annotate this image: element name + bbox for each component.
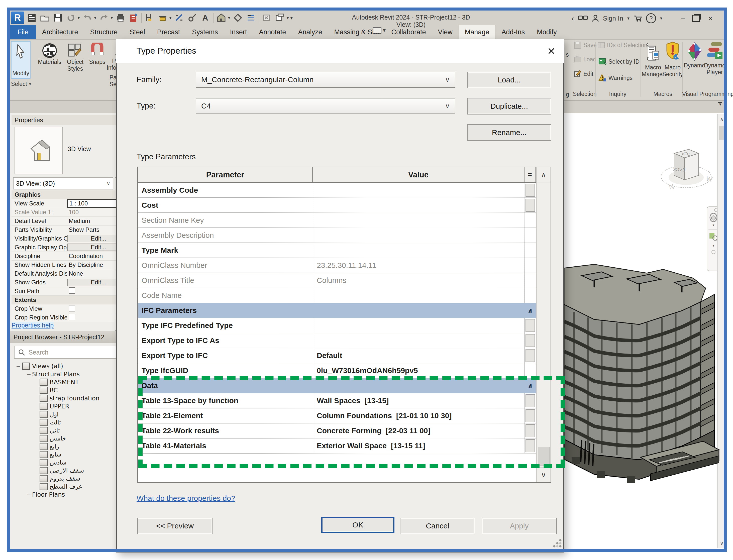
caret-icon[interactable]: ▾ — [78, 16, 80, 20]
associate-parameter-cell[interactable]: ∧∧ — [525, 348, 536, 363]
associate-parameter-cell[interactable]: ∧∧ — [525, 423, 536, 438]
table-row[interactable]: Data ∧∧ — [138, 378, 551, 393]
caret-icon[interactable]: ▾ — [94, 16, 96, 20]
caret-icon[interactable]: ▾ — [660, 16, 662, 21]
parameter-value[interactable]: 0lu_W73016mOdAN6h59pv5 — [313, 363, 525, 378]
table-row[interactable]: Section Name Key ∧∧ — [138, 213, 551, 228]
associate-parameter-cell[interactable]: ∧∧ — [525, 378, 536, 393]
close-button[interactable]: × — [705, 14, 715, 23]
select-panel-label[interactable]: Select▾ — [11, 81, 39, 87]
restore-button[interactable] — [692, 15, 700, 22]
parameter-value[interactable]: Wall Spaces_[13-15] — [313, 393, 525, 408]
ok-button[interactable]: OK — [321, 517, 394, 533]
selection-panel-label[interactable]: Selection — [573, 91, 595, 97]
macros-panel-label[interactable]: Macros — [652, 91, 674, 97]
zoom-icon[interactable] — [708, 232, 718, 242]
load-button[interactable]: Load... — [467, 72, 551, 88]
tree-item[interactable]: سادس — [12, 459, 129, 467]
table-row[interactable]: Type IfcGUID 0lu_W73016mOdAN6h59pv5 ∧∧ — [138, 363, 551, 378]
parameter-value[interactable]: 23.25.30.11.14.11 — [313, 258, 525, 273]
property-row[interactable]: Discipline Coordination — [12, 252, 129, 261]
associate-parameter-cell[interactable]: ∧∧ — [525, 228, 536, 243]
associate-parameter-cell[interactable]: ∧∧ — [525, 213, 536, 228]
table-row[interactable]: Table 41-Materials Exterior Wall Space_[… — [138, 438, 551, 454]
undo-icon[interactable] — [82, 12, 93, 23]
select-by-id-button[interactable]: Select by ID — [598, 58, 640, 66]
associate-parameter-cell[interactable]: ∧∧ — [525, 333, 536, 348]
save-selection-button[interactable]: Save — [574, 41, 596, 49]
property-row[interactable]: Detail Level Medium — [12, 217, 129, 226]
scroll-down-icon[interactable]: ∨ — [537, 467, 551, 482]
steering-wheel-icon[interactable] — [708, 212, 718, 223]
property-row[interactable]: Show Grids Edit... — [12, 278, 129, 287]
table-row[interactable]: Table 22-Work results Concrete Forming_[… — [138, 423, 551, 438]
associate-parameter-button[interactable] — [526, 199, 535, 212]
tree-item[interactable]: تالت — [12, 418, 129, 426]
associate-parameter-button[interactable] — [526, 394, 535, 407]
dialog-titlebar[interactable]: Type Properties × — [116, 39, 564, 63]
property-row[interactable]: Extents — [12, 296, 129, 304]
table-row[interactable]: OmniClass Title Columns ∧∧ — [138, 273, 551, 288]
tab-14[interactable]: Modify — [531, 25, 563, 39]
parameter-value[interactable] — [313, 183, 525, 197]
table-row[interactable]: Table 13-Space by function Wall Spaces_[… — [138, 393, 551, 408]
what-do-properties-do-link[interactable]: What do these properties do? — [137, 494, 235, 503]
duplicate-button[interactable]: Duplicate... — [467, 98, 551, 115]
thin-lines-icon[interactable] — [246, 12, 256, 23]
associate-parameter-cell[interactable]: ∧∧ — [525, 288, 536, 303]
scroll-up-icon[interactable]: ∧ — [537, 167, 551, 182]
scroll-thumb[interactable] — [538, 447, 550, 466]
tree-expander[interactable]: − — [26, 492, 32, 498]
table-scrollbar[interactable]: ∧ ∨ — [536, 167, 551, 482]
associate-parameter-button[interactable] — [526, 184, 535, 197]
property-row[interactable]: Visibility/Graphics Overri... Edit... — [12, 234, 129, 243]
associate-parameter-cell[interactable]: ∧∧ — [525, 273, 536, 288]
table-row[interactable]: Export Type to IFC Default ∧∧ — [138, 348, 551, 363]
redo-icon[interactable] — [99, 12, 109, 23]
project-browser-header[interactable]: Project Browser - STR-Project12 — [10, 331, 131, 343]
parameter-value[interactable]: Exterior Wall Space_[13-15 11] — [313, 438, 525, 453]
parameter-value[interactable]: Column Foundations_[21-01 10 10 30] — [313, 408, 525, 423]
modify-button[interactable]: Modify — [11, 41, 31, 79]
parameter-column-header[interactable]: Parameter — [138, 167, 313, 182]
associate-parameter-cell[interactable]: ∧∧ — [525, 438, 536, 453]
tree-item[interactable]: RC — [12, 386, 129, 394]
property-row[interactable]: Parts Visibility Show Parts — [12, 226, 129, 234]
search-input[interactable]: Search — [14, 346, 129, 359]
open-icon[interactable] — [40, 12, 50, 23]
tree-item[interactable]: سابع — [12, 451, 129, 459]
scroll-thumb[interactable] — [719, 126, 725, 140]
associate-parameter-cell[interactable]: ∧∧ — [525, 318, 536, 333]
tab-6[interactable]: Insert — [224, 25, 253, 39]
tab-4[interactable]: Precast — [151, 25, 186, 39]
minimize-button[interactable]: – — [678, 14, 688, 23]
back-arrow-icon[interactable]: ‹ — [571, 14, 574, 23]
property-row[interactable]: View Scale 1 : 100 — [12, 199, 129, 208]
caret-icon[interactable]: ▾ — [169, 16, 171, 20]
parameter-value[interactable] — [313, 213, 525, 228]
materials-button[interactable]: Materials — [38, 43, 62, 65]
section-icon[interactable] — [174, 12, 184, 23]
associate-parameter-cell[interactable]: ∧∧ — [525, 198, 536, 212]
switch-windows-icon[interactable] — [275, 12, 285, 23]
tree-expander[interactable]: − — [26, 371, 32, 378]
scroll-up-icon[interactable]: ∧ — [718, 114, 726, 124]
cancel-button[interactable]: Cancel — [400, 518, 475, 534]
table-row[interactable]: Type IFC Predefined Type ∧∧ — [138, 318, 551, 333]
caret-icon[interactable]: ▾ — [627, 16, 630, 21]
parameter-value[interactable]: Columns — [313, 273, 525, 288]
associate-parameter-button[interactable] — [526, 334, 535, 347]
associate-parameter-cell[interactable]: ∧∧ — [525, 243, 536, 258]
parameter-value[interactable]: Default — [313, 348, 525, 363]
tree-item[interactable]: سقف بدروم — [12, 475, 129, 483]
cart-icon[interactable] — [634, 15, 642, 22]
properties-header[interactable]: Properties — [12, 115, 129, 125]
property-row[interactable]: Scale Value 1: 100 — [12, 208, 129, 217]
caret-icon[interactable]: ▾ — [287, 16, 289, 20]
tab-5[interactable]: Systems — [186, 25, 224, 39]
type-combobox[interactable]: C4∨ — [196, 98, 455, 114]
help-icon[interactable]: ? — [646, 13, 656, 23]
associate-parameter-button[interactable] — [526, 409, 535, 422]
associate-parameter-cell[interactable]: ∧∧ — [525, 393, 536, 408]
associate-parameter-cell[interactable]: ∧∧ — [525, 363, 536, 378]
